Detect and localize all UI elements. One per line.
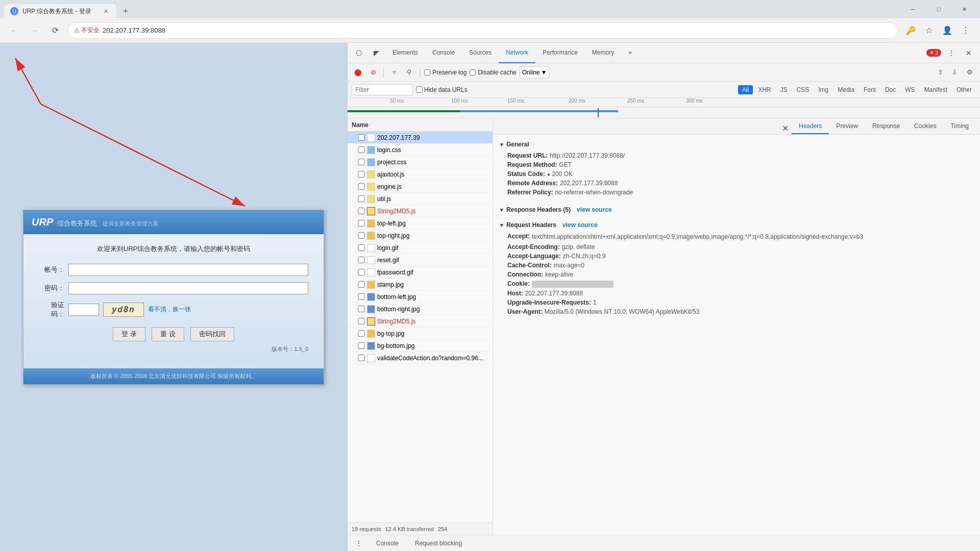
password-input[interactable] bbox=[68, 282, 308, 294]
network-rows[interactable]: 202.207.177.39 login.css project.css bbox=[348, 132, 493, 522]
network-row-7[interactable]: top-left.jpg bbox=[348, 217, 493, 230]
profile-icon[interactable]: 👤 bbox=[939, 22, 955, 39]
hide-data-urls-label[interactable]: Hide data URLs bbox=[416, 86, 468, 93]
filter-input[interactable] bbox=[352, 84, 413, 95]
devtools-close-icon[interactable]: ✕ bbox=[962, 46, 976, 60]
row-checkbox-17[interactable] bbox=[358, 342, 365, 349]
row-checkbox-8[interactable] bbox=[358, 232, 365, 239]
row-checkbox-12[interactable] bbox=[358, 281, 365, 288]
new-tab-button[interactable]: + bbox=[118, 4, 133, 18]
back-button[interactable]: ← bbox=[6, 22, 22, 39]
network-row-12[interactable]: stamp.jpg bbox=[348, 279, 493, 291]
tab-more[interactable]: » bbox=[621, 43, 639, 63]
row-checkbox-13[interactable] bbox=[358, 293, 365, 300]
filter-type-doc[interactable]: Doc bbox=[881, 85, 900, 94]
filter-type-other[interactable]: Other bbox=[952, 85, 976, 94]
row-checkbox-2[interactable] bbox=[358, 159, 365, 165]
filter-type-img[interactable]: Img bbox=[814, 85, 832, 94]
row-checkbox-16[interactable] bbox=[358, 330, 365, 337]
network-row-14[interactable]: bottom-right.jpg bbox=[348, 303, 493, 315]
online-dropdown[interactable]: Online ▼ bbox=[520, 66, 550, 79]
row-checkbox-0[interactable] bbox=[358, 134, 365, 141]
network-row-18[interactable]: validateCodeAction.do?random=0.96... bbox=[348, 352, 493, 364]
network-row-16[interactable]: bg-top.jpg bbox=[348, 328, 493, 340]
network-row-13[interactable]: bottom-left.jpg bbox=[348, 291, 493, 303]
network-row-8[interactable]: top-right.jpg bbox=[348, 230, 493, 242]
detail-tab-response[interactable]: Response bbox=[865, 119, 907, 134]
network-row-5[interactable]: util.js bbox=[348, 193, 493, 205]
upload-icon[interactable]: ⇧ bbox=[934, 66, 946, 79]
row-checkbox-9[interactable] bbox=[358, 244, 365, 251]
row-checkbox-11[interactable] bbox=[358, 269, 365, 276]
network-row-1[interactable]: login.css bbox=[348, 144, 493, 156]
filter-type-manifest[interactable]: Manifest bbox=[920, 85, 951, 94]
refresh-button[interactable]: ⟳ bbox=[47, 22, 63, 39]
tab-memory[interactable]: Memory bbox=[585, 43, 621, 63]
bookmark-key-icon[interactable]: 🔑 bbox=[902, 22, 919, 39]
reset-button[interactable]: 重 设 bbox=[152, 327, 184, 341]
response-headers-title[interactable]: ▼ Response Headers (5) view source bbox=[499, 204, 974, 215]
tab-elements[interactable]: Elements bbox=[385, 43, 425, 63]
row-checkbox-5[interactable] bbox=[358, 195, 365, 202]
clear-button[interactable]: ⊘ bbox=[367, 66, 379, 79]
filter-type-xhr[interactable]: XHR bbox=[754, 85, 775, 94]
bottom-menu-icon[interactable]: ⋮ bbox=[352, 536, 366, 550]
captcha-input[interactable] bbox=[68, 304, 99, 316]
address-bar[interactable]: ⚠ 不安全 202.207.177.39:8088 bbox=[67, 22, 898, 39]
detail-tab-timing[interactable]: Timing bbox=[943, 119, 976, 134]
search-button[interactable]: ⚲ bbox=[403, 66, 415, 79]
filter-type-ws[interactable]: WS bbox=[901, 85, 919, 94]
password-recovery-button[interactable]: 密码找回 bbox=[190, 327, 234, 341]
network-row-4[interactable]: engine.js bbox=[348, 181, 493, 193]
maximize-button[interactable]: □ bbox=[927, 0, 950, 18]
tab-performance[interactable]: Performance bbox=[535, 43, 585, 63]
row-checkbox-1[interactable] bbox=[358, 146, 365, 153]
settings-icon[interactable]: ⚙ bbox=[964, 66, 976, 79]
tab-sources[interactable]: Sources bbox=[462, 43, 499, 63]
network-row-10[interactable]: reset.gif bbox=[348, 254, 493, 266]
row-checkbox-18[interactable] bbox=[358, 355, 365, 361]
star-icon[interactable]: ☆ bbox=[921, 22, 937, 39]
row-checkbox-10[interactable] bbox=[358, 257, 365, 263]
row-checkbox-7[interactable] bbox=[358, 220, 365, 227]
preserve-log-checkbox[interactable] bbox=[424, 69, 430, 76]
detail-close-button[interactable]: ✕ bbox=[779, 122, 792, 134]
network-row-9[interactable]: login.gif bbox=[348, 242, 493, 254]
disable-cache-label[interactable]: Disable cache bbox=[470, 69, 516, 76]
tab-network[interactable]: Network bbox=[499, 43, 535, 63]
captcha-image[interactable]: yd8n bbox=[103, 303, 144, 317]
network-row-2[interactable]: project.css bbox=[348, 156, 493, 168]
filter-type-media[interactable]: Media bbox=[834, 85, 859, 94]
row-checkbox-4[interactable] bbox=[358, 183, 365, 190]
hide-data-urls-checkbox[interactable] bbox=[416, 86, 423, 93]
filter-type-all[interactable]: All bbox=[738, 85, 753, 94]
filter-button[interactable]: ▿ bbox=[388, 66, 400, 79]
tab-close-button[interactable]: ✕ bbox=[101, 7, 110, 16]
tab-console[interactable]: Console bbox=[425, 43, 462, 63]
network-row-0[interactable]: 202.207.177.39 bbox=[348, 132, 493, 144]
request-headers-view-source[interactable]: view source bbox=[562, 221, 598, 229]
devtools-more-options-icon[interactable]: ⋮ bbox=[944, 46, 959, 60]
network-row-17[interactable]: bg-bottom.jpg bbox=[348, 340, 493, 352]
inspect-element-icon[interactable]: ⎔ bbox=[352, 46, 366, 60]
request-headers-title[interactable]: ▼ Request Headers view source bbox=[499, 219, 974, 231]
network-row-3[interactable]: ajaxtool.js bbox=[348, 168, 493, 181]
general-section-title[interactable]: ▼ General bbox=[499, 139, 974, 150]
filter-type-css[interactable]: CSS bbox=[793, 85, 814, 94]
row-checkbox-15[interactable] bbox=[358, 318, 365, 324]
network-row-15[interactable]: String2MD5.js bbox=[348, 315, 493, 328]
row-checkbox-6[interactable] bbox=[358, 208, 365, 214]
account-input[interactable] bbox=[68, 264, 308, 276]
download-icon[interactable]: ⇩ bbox=[948, 66, 961, 79]
detail-tab-headers[interactable]: Headers bbox=[792, 119, 829, 134]
disable-cache-checkbox[interactable] bbox=[470, 69, 476, 76]
detail-tab-cookies[interactable]: Cookies bbox=[907, 119, 943, 134]
active-tab[interactable]: U URP 综合教务系统 - 登录 ✕ bbox=[4, 4, 116, 18]
row-checkbox-14[interactable] bbox=[358, 306, 365, 312]
captcha-refresh-link[interactable]: 看不清，换一张 bbox=[148, 305, 191, 314]
filter-type-font[interactable]: Font bbox=[860, 85, 880, 94]
row-checkbox-3[interactable] bbox=[358, 171, 365, 178]
bottom-request-blocking-tab[interactable]: Request blocking bbox=[409, 538, 468, 549]
forward-button[interactable]: → bbox=[27, 22, 43, 39]
preserve-log-label[interactable]: Preserve log bbox=[424, 69, 467, 76]
